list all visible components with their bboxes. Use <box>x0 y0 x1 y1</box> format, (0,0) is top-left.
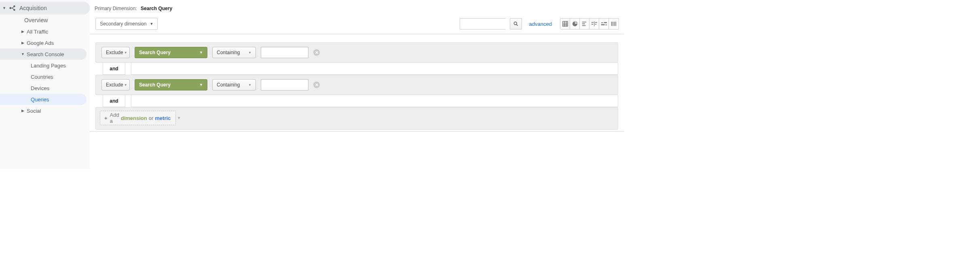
plus-icon: + <box>104 115 108 121</box>
sidebar-subitem-landing-pages[interactable]: Landing Pages <box>0 60 87 71</box>
sidebar-item-label: Google Ads <box>27 40 54 46</box>
svg-rect-17 <box>611 22 612 26</box>
sidebar-item-google-ads[interactable]: ▶ Google Ads <box>0 37 87 48</box>
filter-match-dropdown[interactable]: Containing ▼ <box>212 79 256 90</box>
add-dim-dimension-word: dimension <box>121 115 147 121</box>
view-bar-button[interactable] <box>580 19 589 29</box>
primary-dimension-label: Primary Dimension: <box>95 6 137 11</box>
sidebar-item-label: All Traffic <box>27 29 48 35</box>
filter-value-input[interactable] <box>261 47 308 58</box>
caret-down-icon: ▼ <box>248 51 251 55</box>
svg-rect-11 <box>595 24 596 25</box>
sidebar-item-label: Search Console <box>27 51 64 57</box>
include-exclude-label: Exclude <box>106 50 123 55</box>
svg-point-2 <box>14 9 15 11</box>
caret-down-icon: ▼ <box>124 83 127 87</box>
sidebar-section-label: Acquisition <box>19 5 47 11</box>
caret-down-icon: ▼ <box>150 22 153 26</box>
remove-filter-button[interactable]: ✕ <box>313 49 320 56</box>
sidebar-item-label: Landing Pages <box>31 63 66 69</box>
sidebar-subitem-devices[interactable]: Devices <box>0 82 87 94</box>
filter-dimension-label: Search Query <box>139 82 171 88</box>
svg-rect-6 <box>582 23 585 24</box>
toolbar: Secondary dimension ▼ advanced <box>90 14 624 34</box>
view-table-button[interactable] <box>560 19 570 29</box>
include-exclude-dropdown[interactable]: Exclude ▼ <box>101 79 130 90</box>
cloud-icon <box>601 21 607 27</box>
pivot-icon <box>611 21 617 27</box>
filter-connector: and <box>90 63 618 75</box>
svg-rect-12 <box>594 21 594 26</box>
search-icon <box>513 21 519 27</box>
view-toggle-group <box>560 18 619 29</box>
view-pie-button[interactable] <box>570 19 580 29</box>
table-icon <box>562 21 568 27</box>
svg-rect-10 <box>591 24 593 25</box>
primary-dimension-row: Primary Dimension: Search Query <box>90 0 624 14</box>
add-dim-or: or <box>149 115 154 121</box>
sidebar-subitem-countries[interactable]: Countries <box>0 71 87 82</box>
svg-rect-18 <box>612 22 613 26</box>
svg-rect-13 <box>601 23 603 23</box>
sidebar-subitem-queries[interactable]: Queries <box>0 94 87 105</box>
add-dim-prefix: Add a <box>110 112 119 124</box>
sidebar: ▼ Acquisition Overview ▶ All Traffic ▶ G… <box>0 0 90 169</box>
svg-rect-4 <box>562 21 567 26</box>
add-filter-row-container: + Add a dimension or metric ▼ <box>95 107 618 130</box>
caret-down-icon: ▼ <box>199 50 203 55</box>
sidebar-item-search-console[interactable]: ▼ Search Console <box>0 48 87 60</box>
svg-rect-5 <box>582 22 586 23</box>
caret-down-icon: ▼ <box>177 116 181 120</box>
sidebar-item-label: Queries <box>31 97 49 103</box>
sidebar-item-overview[interactable]: Overview <box>0 15 87 26</box>
sidebar-item-label: Devices <box>31 85 49 91</box>
caret-down-icon: ▼ <box>21 52 24 56</box>
acquisition-icon <box>9 4 16 12</box>
filter-dimension-dropdown[interactable]: Search Query ▼ <box>135 47 207 58</box>
svg-rect-14 <box>604 22 607 23</box>
search-input[interactable] <box>460 18 506 29</box>
connector-line <box>131 63 618 75</box>
filter-match-dropdown[interactable]: Containing ▼ <box>212 47 256 58</box>
sidebar-item-label: Countries <box>31 74 53 80</box>
svg-rect-8 <box>591 22 593 23</box>
close-icon: ✕ <box>315 50 319 55</box>
caret-down-icon: ▼ <box>199 83 203 87</box>
remove-filter-button[interactable]: ✕ <box>313 82 320 88</box>
sidebar-item-all-traffic[interactable]: ▶ All Traffic <box>0 26 87 37</box>
filter-match-label: Containing <box>217 50 240 55</box>
advanced-link[interactable]: advanced <box>529 21 552 27</box>
add-dim-metric-word: metric <box>155 115 171 121</box>
secondary-dimension-dropdown[interactable]: Secondary dimension ▼ <box>95 18 158 30</box>
sidebar-item-label: Social <box>27 108 41 114</box>
filter-match-label: Containing <box>217 82 240 88</box>
svg-rect-15 <box>601 24 605 25</box>
svg-rect-9 <box>595 22 597 23</box>
caret-down-icon: ▼ <box>124 51 127 55</box>
svg-rect-20 <box>615 22 616 26</box>
view-comparison-button[interactable] <box>589 19 599 29</box>
caret-right-icon: ▶ <box>21 29 24 34</box>
secondary-dimension-label: Secondary dimension <box>100 21 146 27</box>
primary-dimension-value[interactable]: Search Query <box>141 6 172 11</box>
include-exclude-dropdown[interactable]: Exclude ▼ <box>101 47 130 58</box>
sidebar-section-acquisition[interactable]: ▼ Acquisition <box>0 2 90 15</box>
sidebar-item-social[interactable]: ▶ Social <box>0 105 87 116</box>
filter-row: Exclude ▼ Search Query ▼ Containing ▼ ✕ <box>95 42 618 63</box>
search-button[interactable] <box>510 18 522 29</box>
bar-icon <box>582 21 587 27</box>
filter-connector: and <box>90 95 618 107</box>
caret-right-icon: ▶ <box>21 109 24 113</box>
include-exclude-label: Exclude <box>106 82 123 88</box>
pie-icon <box>572 21 578 27</box>
svg-point-3 <box>514 22 517 25</box>
close-icon: ✕ <box>315 82 319 88</box>
view-pivot-button[interactable] <box>609 19 619 29</box>
add-dimension-metric-button[interactable]: + Add a dimension or metric ▼ <box>100 111 176 125</box>
connector-line <box>131 95 618 107</box>
caret-right-icon: ▶ <box>21 41 24 45</box>
view-term-cloud-button[interactable] <box>599 19 609 29</box>
advanced-filter-panel: Exclude ▼ Search Query ▼ Containing ▼ ✕ … <box>90 34 624 132</box>
filter-dimension-dropdown[interactable]: Search Query ▼ <box>135 79 207 90</box>
filter-value-input[interactable] <box>261 79 308 90</box>
